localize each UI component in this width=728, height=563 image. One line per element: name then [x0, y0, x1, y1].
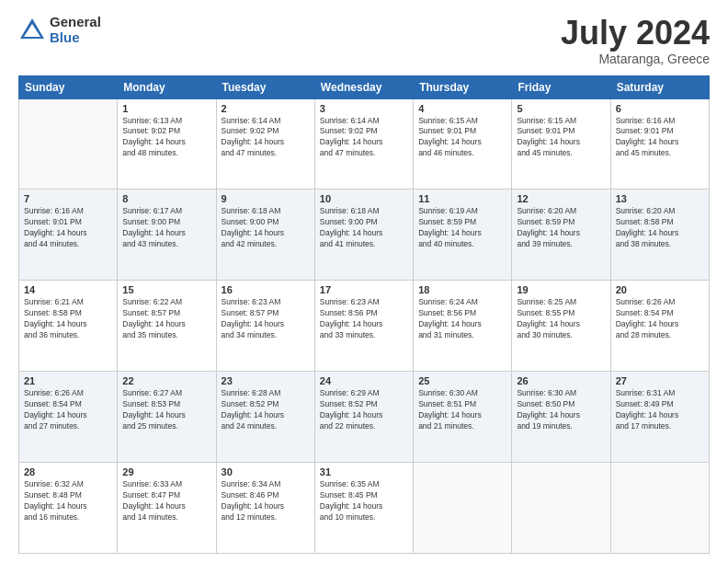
- calendar-cell: 16Sunrise: 6:23 AMSunset: 8:57 PMDayligh…: [216, 281, 314, 372]
- calendar-cell: 2Sunrise: 6:14 AMSunset: 9:02 PMDaylight…: [216, 98, 314, 190]
- day-number: 29: [122, 466, 210, 477]
- calendar-cell: 1Sunrise: 6:13 AMSunset: 9:02 PMDaylight…: [118, 98, 216, 190]
- calendar-cell: 22Sunrise: 6:27 AMSunset: 8:53 PMDayligh…: [118, 372, 216, 463]
- calendar-cell: 24Sunrise: 6:29 AMSunset: 8:52 PMDayligh…: [314, 372, 413, 463]
- calendar-cell: 28Sunrise: 6:32 AMSunset: 8:48 PMDayligh…: [19, 463, 118, 554]
- calendar-cell: 17Sunrise: 6:23 AMSunset: 8:56 PMDayligh…: [314, 281, 413, 372]
- day-info: Sunrise: 6:22 AMSunset: 8:57 PMDaylight:…: [122, 297, 210, 341]
- calendar-cell: 12Sunrise: 6:20 AMSunset: 8:59 PMDayligh…: [512, 190, 610, 281]
- calendar-cell: [414, 463, 512, 554]
- day-number: 25: [418, 375, 506, 386]
- calendar-cell: 5Sunrise: 6:15 AMSunset: 9:01 PMDaylight…: [512, 98, 610, 190]
- col-thursday: Thursday: [414, 75, 512, 98]
- calendar-cell: 13Sunrise: 6:20 AMSunset: 8:58 PMDayligh…: [610, 190, 709, 281]
- day-info: Sunrise: 6:35 AMSunset: 8:45 PMDaylight:…: [320, 479, 408, 523]
- day-number: 23: [222, 375, 310, 386]
- calendar-cell: 27Sunrise: 6:31 AMSunset: 8:49 PMDayligh…: [610, 372, 709, 463]
- day-number: 21: [24, 375, 112, 386]
- day-number: 8: [122, 193, 210, 204]
- calendar-cell: 14Sunrise: 6:21 AMSunset: 8:58 PMDayligh…: [19, 281, 118, 372]
- month-title: July 2024: [561, 15, 710, 52]
- calendar-cell: 25Sunrise: 6:30 AMSunset: 8:51 PMDayligh…: [414, 372, 512, 463]
- logo-icon: [18, 17, 46, 44]
- day-number: 24: [320, 375, 408, 386]
- day-info: Sunrise: 6:26 AMSunset: 8:54 PMDaylight:…: [24, 388, 112, 432]
- day-number: 31: [320, 466, 408, 477]
- col-tuesday: Tuesday: [216, 75, 314, 98]
- day-number: 7: [24, 193, 112, 204]
- day-number: 9: [222, 193, 310, 204]
- calendar-week-3: 14Sunrise: 6:21 AMSunset: 8:58 PMDayligh…: [19, 281, 710, 372]
- day-number: 18: [418, 284, 506, 295]
- day-info: Sunrise: 6:16 AMSunset: 9:01 PMDaylight:…: [616, 116, 704, 160]
- calendar-week-1: 1Sunrise: 6:13 AMSunset: 9:02 PMDaylight…: [19, 98, 710, 190]
- title-area: July 2024 Mataranga, Greece: [561, 15, 710, 66]
- calendar-cell: 4Sunrise: 6:15 AMSunset: 9:01 PMDaylight…: [414, 98, 512, 190]
- header: General Blue July 2024 Mataranga, Greece: [18, 15, 710, 66]
- day-info: Sunrise: 6:31 AMSunset: 8:49 PMDaylight:…: [616, 388, 704, 432]
- day-info: Sunrise: 6:21 AMSunset: 8:58 PMDaylight:…: [24, 297, 112, 341]
- day-number: 12: [517, 193, 605, 204]
- day-info: Sunrise: 6:23 AMSunset: 8:57 PMDaylight:…: [222, 297, 310, 341]
- day-info: Sunrise: 6:28 AMSunset: 8:52 PMDaylight:…: [222, 388, 310, 432]
- day-number: 20: [616, 284, 704, 295]
- calendar-cell: [19, 98, 118, 190]
- day-info: Sunrise: 6:34 AMSunset: 8:46 PMDaylight:…: [222, 479, 310, 523]
- calendar-cell: 10Sunrise: 6:18 AMSunset: 9:00 PMDayligh…: [314, 190, 413, 281]
- day-number: 1: [122, 103, 210, 114]
- col-friday: Friday: [512, 75, 610, 98]
- day-number: 30: [222, 466, 310, 477]
- header-row: Sunday Monday Tuesday Wednesday Thursday…: [19, 75, 710, 98]
- day-number: 26: [517, 375, 605, 386]
- day-info: Sunrise: 6:20 AMSunset: 8:58 PMDaylight:…: [616, 206, 704, 250]
- calendar-cell: 11Sunrise: 6:19 AMSunset: 8:59 PMDayligh…: [414, 190, 512, 281]
- logo-general-text: General: [50, 15, 101, 30]
- day-number: 17: [320, 284, 408, 295]
- day-info: Sunrise: 6:30 AMSunset: 8:50 PMDaylight:…: [517, 388, 605, 432]
- calendar-cell: [512, 463, 610, 554]
- day-info: Sunrise: 6:17 AMSunset: 9:00 PMDaylight:…: [122, 206, 210, 250]
- day-info: Sunrise: 6:15 AMSunset: 9:01 PMDaylight:…: [418, 116, 506, 160]
- calendar-table: Sunday Monday Tuesday Wednesday Thursday…: [18, 75, 710, 554]
- day-info: Sunrise: 6:23 AMSunset: 8:56 PMDaylight:…: [320, 297, 408, 341]
- day-number: 19: [517, 284, 605, 295]
- col-sunday: Sunday: [19, 75, 118, 98]
- day-number: 14: [24, 284, 112, 295]
- calendar-cell: 15Sunrise: 6:22 AMSunset: 8:57 PMDayligh…: [118, 281, 216, 372]
- day-number: 5: [517, 103, 605, 114]
- calendar-cell: 8Sunrise: 6:17 AMSunset: 9:00 PMDaylight…: [118, 190, 216, 281]
- day-info: Sunrise: 6:14 AMSunset: 9:02 PMDaylight:…: [320, 116, 408, 160]
- day-info: Sunrise: 6:30 AMSunset: 8:51 PMDaylight:…: [418, 388, 506, 432]
- day-number: 28: [24, 466, 112, 477]
- page: General Blue July 2024 Mataranga, Greece…: [0, 0, 728, 563]
- day-number: 13: [616, 193, 704, 204]
- calendar-cell: 18Sunrise: 6:24 AMSunset: 8:56 PMDayligh…: [414, 281, 512, 372]
- location: Mataranga, Greece: [561, 52, 710, 66]
- calendar-cell: [610, 463, 709, 554]
- day-info: Sunrise: 6:20 AMSunset: 8:59 PMDaylight:…: [517, 206, 605, 250]
- day-info: Sunrise: 6:26 AMSunset: 8:54 PMDaylight:…: [616, 297, 704, 341]
- day-number: 2: [222, 103, 310, 114]
- day-number: 16: [222, 284, 310, 295]
- calendar-cell: 23Sunrise: 6:28 AMSunset: 8:52 PMDayligh…: [216, 372, 314, 463]
- calendar-cell: 29Sunrise: 6:33 AMSunset: 8:47 PMDayligh…: [118, 463, 216, 554]
- calendar-cell: 19Sunrise: 6:25 AMSunset: 8:55 PMDayligh…: [512, 281, 610, 372]
- col-wednesday: Wednesday: [314, 75, 413, 98]
- day-number: 10: [320, 193, 408, 204]
- logo-blue-text: Blue: [50, 30, 101, 46]
- calendar-cell: 6Sunrise: 6:16 AMSunset: 9:01 PMDaylight…: [610, 98, 709, 190]
- calendar-cell: 31Sunrise: 6:35 AMSunset: 8:45 PMDayligh…: [314, 463, 413, 554]
- calendar-cell: 7Sunrise: 6:16 AMSunset: 9:01 PMDaylight…: [19, 190, 118, 281]
- calendar-cell: 20Sunrise: 6:26 AMSunset: 8:54 PMDayligh…: [610, 281, 709, 372]
- calendar-cell: 3Sunrise: 6:14 AMSunset: 9:02 PMDaylight…: [314, 98, 413, 190]
- calendar-week-5: 28Sunrise: 6:32 AMSunset: 8:48 PMDayligh…: [19, 463, 710, 554]
- col-saturday: Saturday: [610, 75, 709, 98]
- day-number: 4: [418, 103, 506, 114]
- day-info: Sunrise: 6:27 AMSunset: 8:53 PMDaylight:…: [122, 388, 210, 432]
- calendar-cell: 30Sunrise: 6:34 AMSunset: 8:46 PMDayligh…: [216, 463, 314, 554]
- day-number: 27: [616, 375, 704, 386]
- logo: General Blue: [18, 15, 101, 45]
- day-info: Sunrise: 6:29 AMSunset: 8:52 PMDaylight:…: [320, 388, 408, 432]
- day-info: Sunrise: 6:14 AMSunset: 9:02 PMDaylight:…: [222, 116, 310, 160]
- calendar-cell: 26Sunrise: 6:30 AMSunset: 8:50 PMDayligh…: [512, 372, 610, 463]
